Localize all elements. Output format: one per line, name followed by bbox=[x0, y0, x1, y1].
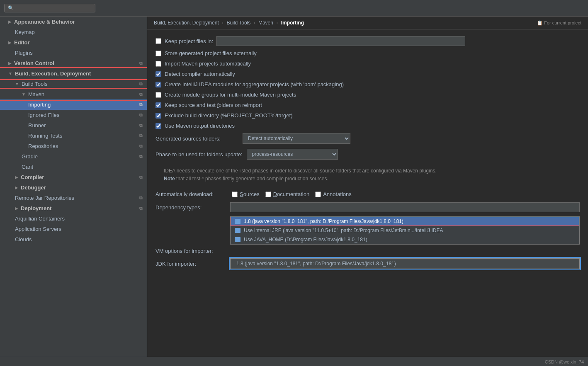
copy-icon: ⧉ bbox=[139, 81, 143, 87]
sidebar-item-running-tests[interactable]: Running Tests ⧉ bbox=[0, 131, 147, 141]
sidebar-item-plugins[interactable]: Plugins bbox=[0, 48, 147, 58]
breadcrumb-segment-1: Build, Execution, Deployment bbox=[154, 20, 219, 26]
keep-source-test-row: Keep source and test folders on reimport bbox=[156, 102, 580, 108]
use-maven-output-row: Use Maven output directories bbox=[156, 123, 580, 129]
sidebar-item-label: Ignored Files bbox=[28, 112, 59, 118]
sidebar-item-gradle[interactable]: Gradle ⧉ bbox=[0, 151, 147, 162]
sidebar-item-label: Maven bbox=[28, 91, 44, 97]
search-box[interactable]: 🔍 bbox=[4, 4, 95, 12]
documentation-checkbox[interactable] bbox=[265, 191, 271, 197]
import-maven-label[interactable]: Import Maven projects automatically bbox=[165, 61, 251, 67]
keep-project-textfield[interactable] bbox=[216, 36, 465, 46]
dep-types-label: Dependency types: bbox=[156, 204, 226, 211]
status-text: CSDN @weixin_74 bbox=[545, 359, 584, 364]
sidebar-item-appearance[interactable]: ▶ Appearance & Behavior bbox=[0, 17, 147, 27]
exclude-build-label[interactable]: Exclude build directory (%PROJECT_ROOT%/… bbox=[165, 112, 292, 119]
sources-label: Sources bbox=[240, 191, 260, 197]
keep-source-test-checkbox[interactable] bbox=[156, 102, 161, 108]
store-generated-label[interactable]: Store generated project files externally bbox=[165, 50, 257, 56]
info-note: that all test-* phases firstly generate … bbox=[176, 176, 328, 182]
arrow-icon: ▶ bbox=[15, 206, 18, 211]
sidebar-item-runner[interactable]: Runner ⧉ bbox=[0, 120, 147, 131]
annotations-checkbox[interactable] bbox=[315, 191, 321, 197]
dep-types-field[interactable]: jar, test-jar, maven-plugin, ejb, ejb-cl… bbox=[230, 202, 580, 212]
sidebar-item-editor[interactable]: ▶ Editor bbox=[0, 37, 147, 48]
use-maven-output-label[interactable]: Use Maven output directories bbox=[165, 123, 235, 129]
sidebar-item-build-tools[interactable]: ▼ Build Tools ⧉ bbox=[0, 79, 147, 89]
generated-sources-row: Generated sources folders: Detect automa… bbox=[156, 133, 580, 144]
sidebar-item-clouds[interactable]: Clouds bbox=[0, 234, 147, 245]
jdk-for-importer-select[interactable]: 1.8 (java version "1.8.0_181", path: D:/… bbox=[230, 258, 580, 269]
panel-content: Keep project files in: Store generated p… bbox=[147, 29, 588, 357]
jdk-option-2[interactable]: Use Internal JRE (java version "11.0.5+1… bbox=[231, 226, 579, 235]
sidebar-item-label: Clouds bbox=[15, 236, 32, 242]
arrow-icon: ▼ bbox=[22, 92, 26, 97]
sidebar-item-remote-jar[interactable]: Remote Jar Repositories ⧉ bbox=[0, 193, 147, 203]
sidebar-item-version-control[interactable]: ▶ Version Control ⧉ bbox=[0, 58, 147, 68]
copy-icon: ⧉ bbox=[139, 195, 143, 201]
jdk-for-importer-row: JDK for importer: 1.8 (java version "1.8… bbox=[156, 258, 580, 269]
sidebar-item-label: Build, Execution, Deployment bbox=[15, 70, 91, 77]
folder-icon bbox=[235, 228, 241, 233]
create-module-groups-checkbox[interactable] bbox=[156, 92, 161, 98]
sidebar-item-label: Remote Jar Repositories bbox=[15, 195, 74, 201]
arrow-icon: ▶ bbox=[15, 185, 18, 190]
arrow-icon: ▼ bbox=[15, 82, 19, 86]
import-maven-checkbox[interactable] bbox=[156, 61, 161, 67]
sources-checkbox[interactable] bbox=[232, 191, 238, 197]
generated-sources-select[interactable]: Detect automatically Generated source ro… bbox=[243, 133, 350, 144]
create-intellij-modules-checkbox[interactable] bbox=[156, 82, 161, 87]
search-icon: 🔍 bbox=[8, 5, 14, 11]
sidebar-item-app-servers[interactable]: Application Servers bbox=[0, 224, 147, 234]
jdk-option-2-label: Use Internal JRE (java version "11.0.5+1… bbox=[244, 228, 443, 233]
folder-icon bbox=[235, 237, 241, 242]
keep-project-checkbox[interactable] bbox=[156, 38, 161, 44]
keep-project-files-row: Keep project files in: bbox=[156, 36, 580, 46]
sidebar-item-debugger[interactable]: ▶ Debugger bbox=[0, 182, 147, 193]
jdk-for-importer-label: JDK for importer: bbox=[156, 261, 226, 267]
detect-compiler-checkbox[interactable] bbox=[156, 71, 161, 77]
create-module-groups-row: Create module groups for multi-module Ma… bbox=[156, 92, 580, 98]
detect-compiler-label[interactable]: Detect compiler automatically bbox=[165, 71, 235, 77]
sidebar-item-label: Keymap bbox=[15, 29, 35, 35]
create-module-groups-label[interactable]: Create module groups for multi-module Ma… bbox=[165, 92, 296, 98]
store-generated-checkbox[interactable] bbox=[156, 51, 161, 56]
jdk-option-1[interactable]: 1.8 (java version "1.8.0_181", path: D:/… bbox=[231, 217, 579, 226]
breadcrumb-path: Build, Execution, Deployment › Build Too… bbox=[154, 20, 304, 26]
copy-icon: ⧉ bbox=[139, 92, 143, 97]
jdk-dropdown-list: 1.8 (java version "1.8.0_181", path: D:/… bbox=[230, 216, 580, 245]
exclude-build-checkbox[interactable] bbox=[156, 113, 161, 119]
sidebar-item-arquillian[interactable]: Arquillian Containers bbox=[0, 213, 147, 224]
main-content: ▶ Appearance & Behavior Keymap ▶ Editor … bbox=[0, 17, 588, 357]
dependency-types-row: Dependency types: jar, test-jar, maven-p… bbox=[156, 202, 580, 212]
annotations-label: Annotations bbox=[323, 191, 352, 197]
sidebar-item-importing[interactable]: Importing ⧉ bbox=[0, 99, 147, 110]
breadcrumb-sep-3: › bbox=[276, 20, 279, 26]
sidebar-item-label: Running Tests bbox=[28, 133, 62, 139]
annotations-pair: Annotations bbox=[315, 191, 352, 197]
create-intellij-modules-label[interactable]: Create IntelliJ IDEA modules for aggrega… bbox=[165, 81, 344, 87]
sidebar-item-build-exec-deploy[interactable]: ▼ Build, Execution, Deployment bbox=[0, 68, 147, 79]
sidebar-item-ignored-files[interactable]: Ignored Files ⧉ bbox=[0, 110, 147, 120]
breadcrumb-sep-2: › bbox=[254, 20, 257, 26]
sidebar-item-label: Build Tools bbox=[22, 81, 48, 87]
jdk-for-importer-value: 1.8 (java version "1.8.0_181", path: D:/… bbox=[236, 261, 396, 267]
sidebar-item-maven[interactable]: ▼ Maven ⧉ bbox=[0, 89, 147, 99]
phase-select[interactable]: process-resources generate-sources initi… bbox=[247, 149, 338, 160]
sidebar-item-label: Version Control bbox=[14, 60, 54, 66]
sidebar-item-repositories[interactable]: Repositories ⧉ bbox=[0, 141, 147, 151]
keep-source-test-label: Keep source and test folders on reimport bbox=[165, 102, 262, 108]
sidebar-item-deployment[interactable]: ▶ Deployment ⧉ bbox=[0, 203, 147, 213]
generated-sources-label: Generated sources folders: bbox=[156, 136, 238, 142]
sidebar-item-gant[interactable]: Gant bbox=[0, 162, 147, 172]
copy-icon: ⧉ bbox=[139, 206, 143, 211]
keep-project-label[interactable]: Keep project files in: bbox=[165, 38, 213, 44]
jdk-option-3[interactable]: Use JAVA_HOME (D:\Program Files\Java\jdk… bbox=[231, 235, 579, 244]
use-maven-output-checkbox[interactable] bbox=[156, 123, 161, 129]
sidebar-item-compiler[interactable]: ▶ Compiler ⧉ bbox=[0, 172, 147, 182]
jdk-option-1-label: 1.8 (java version "1.8.0_181", path: D:/… bbox=[244, 218, 403, 224]
auto-download-label: Automatically download: bbox=[156, 191, 226, 197]
sidebar-item-label: Repositories bbox=[28, 143, 58, 149]
breadcrumb-sep-1: › bbox=[222, 20, 225, 26]
sidebar-item-keymap[interactable]: Keymap bbox=[0, 27, 147, 37]
